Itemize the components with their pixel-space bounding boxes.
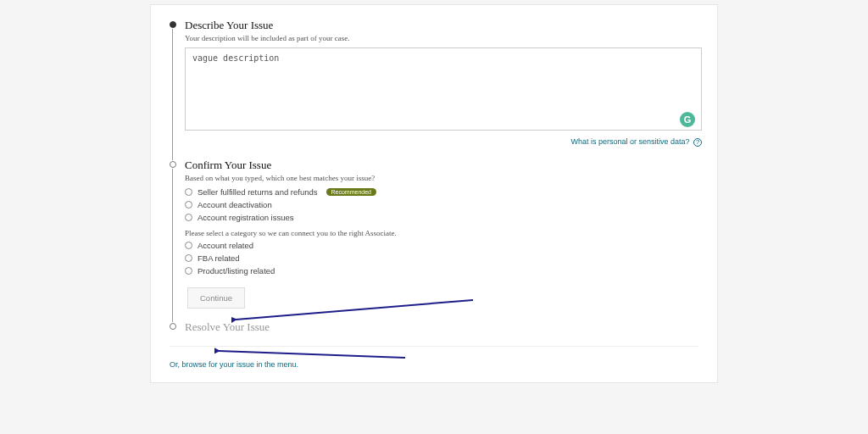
suggestion-row[interactable]: Account deactivation [185,200,698,209]
radio-icon[interactable] [185,214,192,221]
category-label: Account related [198,241,253,250]
step-bullet-open-icon [170,323,176,330]
step-bullet-open-icon [170,161,176,168]
suggestion-label: Seller fulfilled returns and refunds [198,187,318,197]
suggestion-row[interactable]: Seller fulfilled returns and refunds Rec… [185,187,698,197]
step-title: Describe Your Issue [185,19,698,32]
radio-icon[interactable] [185,242,192,249]
suggestion-row[interactable]: Account registration issues [185,213,698,222]
category-prompt: Please select a category so we can conne… [185,229,698,237]
sensitive-data-link[interactable]: What is personal or sensitive data? [570,137,689,146]
category-row[interactable]: FBA related [185,253,698,263]
step-title: Resolve Your Issue [185,320,698,334]
info-icon[interactable]: ? [693,138,702,147]
radio-icon[interactable] [185,188,192,196]
radio-icon[interactable] [185,201,192,209]
step-resolve: Resolve Your Issue [170,320,698,334]
step-title: Confirm Your Issue [185,159,698,172]
step-confirm: Confirm Your Issue Based on what you typ… [170,159,698,320]
radio-icon[interactable] [185,254,192,262]
radio-icon[interactable] [185,267,192,275]
browse-menu-link[interactable]: Or, browse for your issue in the menu. [170,360,298,369]
timeline: Describe Your Issue Your description wil… [170,19,698,334]
case-panel: Describe Your Issue Your description wil… [150,4,718,383]
step-subtitle: Your description will be included as par… [185,34,698,42]
continue-button[interactable]: Continue [187,287,245,309]
step-subtitle: Based on what you typed, which one best … [185,174,698,182]
category-label: Product/listing related [198,266,275,275]
step-describe: Describe Your Issue Your description wil… [170,19,698,159]
category-row[interactable]: Product/listing related [185,266,698,275]
sensitive-row: What is personal or sensitive data? ? [185,137,702,147]
recommended-badge: Recommended [326,188,376,196]
grammarly-icon[interactable]: G [680,112,695,127]
textarea-wrap: G [185,47,702,134]
category-label: FBA related [198,253,240,263]
step-bullet-filled-icon [170,21,176,28]
description-textarea[interactable] [185,47,702,131]
suggestion-label: Account deactivation [198,200,272,209]
category-row[interactable]: Account related [185,241,698,250]
suggestion-label: Account registration issues [198,213,294,222]
footer: Or, browse for your issue in the menu. [170,346,698,370]
